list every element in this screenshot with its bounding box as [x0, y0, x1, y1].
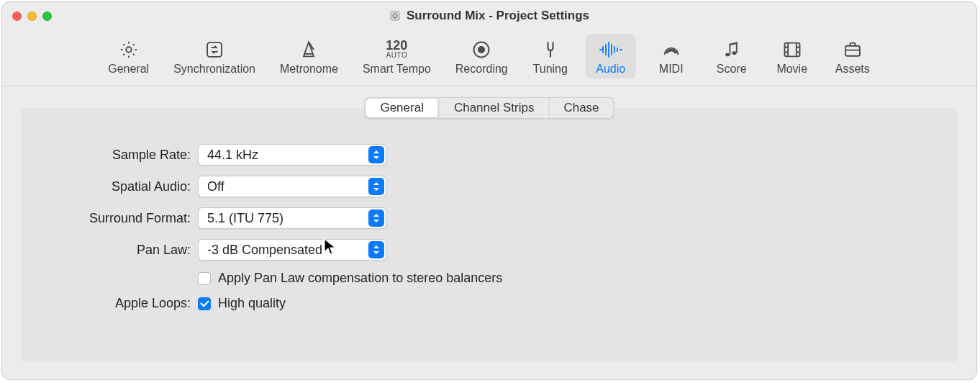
chevron-updown-icon: [368, 209, 384, 227]
close-window-button[interactable]: [12, 12, 22, 21]
toolbar-metronome[interactable]: Metronome: [273, 34, 345, 78]
svg-point-7: [671, 49, 672, 50]
toolbar-smart-tempo[interactable]: 120 AUTO Smart Tempo: [355, 34, 438, 78]
toolbar-label: General: [108, 63, 149, 76]
tuning-fork-icon: [540, 38, 561, 61]
popup-value: Off: [207, 179, 224, 194]
popup-value: 44.1 kHz: [207, 148, 258, 163]
settings-panel: General Channel Strips Chase Sample Rate…: [21, 108, 958, 362]
toolbar: General Synchronization Metronome 120 AU…: [2, 30, 976, 86]
toolbar-label: Movie: [776, 63, 807, 76]
briefcase-icon: [843, 38, 863, 61]
svg-rect-15: [784, 43, 799, 57]
window-title-text: Surround Mix - Project Settings: [407, 9, 589, 23]
window-title: Surround Mix - Project Settings: [389, 9, 589, 23]
tempo-mode: AUTO: [386, 51, 408, 60]
row-pan-law-compensation: Apply Pan Law compensation to stereo bal…: [50, 271, 929, 286]
toolbar-label: Assets: [835, 63, 870, 76]
project-settings-window: Surround Mix - Project Settings General …: [1, 1, 977, 380]
svg-point-11: [725, 53, 730, 57]
toolbar-label: Audio: [596, 63, 625, 76]
sync-icon: [204, 38, 224, 61]
chevron-updown-icon: [368, 241, 384, 258]
svg-point-5: [478, 47, 484, 53]
tempo-value: 120: [386, 40, 407, 51]
svg-point-9: [668, 50, 670, 51]
svg-rect-3: [207, 42, 222, 57]
toolbar-label: Score: [717, 63, 747, 76]
row-surround-format: Surround Format: 5.1 (ITU 775): [50, 207, 929, 229]
toolbar-movie[interactable]: Movie: [767, 34, 817, 78]
tab-chase[interactable]: Chase: [548, 98, 613, 118]
popup-spatial-audio[interactable]: Off: [198, 176, 386, 197]
record-icon: [471, 38, 491, 61]
svg-point-12: [732, 51, 736, 55]
svg-point-8: [674, 51, 676, 53]
popup-sample-rate[interactable]: 44.1 kHz: [198, 144, 386, 166]
label-spatial-audio: Spatial Audio:: [50, 179, 198, 194]
titlebar: Surround Mix - Project Settings: [2, 2, 976, 30]
svg-point-10: [672, 50, 673, 51]
toolbar-score[interactable]: Score: [707, 34, 757, 78]
app-icon: [389, 10, 401, 22]
row-sample-rate: Sample Rate: 44.1 kHz: [50, 144, 929, 166]
toolbar-label: Synchronization: [173, 63, 255, 76]
toolbar-audio[interactable]: Audio: [586, 34, 636, 78]
row-apple-loops: Apple Loops: High quality: [50, 296, 929, 311]
chevron-updown-icon: [368, 146, 384, 163]
checkbox-pan-law-compensation[interactable]: [198, 272, 211, 285]
film-icon: [782, 38, 802, 61]
svg-point-2: [126, 47, 131, 52]
toolbar-synchronization[interactable]: Synchronization: [166, 34, 263, 78]
zoom-window-button[interactable]: [42, 12, 52, 21]
toolbar-tuning[interactable]: Tuning: [525, 34, 576, 78]
label-sample-rate: Sample Rate:: [50, 148, 198, 163]
toolbar-recording[interactable]: Recording: [448, 34, 515, 78]
label-apple-loops: Apple Loops:: [50, 296, 198, 311]
row-spatial-audio: Spatial Audio: Off: [50, 176, 929, 197]
toolbar-midi[interactable]: MIDI: [646, 34, 697, 78]
popup-surround-format[interactable]: 5.1 (ITU 775): [198, 207, 386, 229]
gear-icon: [119, 38, 139, 61]
sub-tabs: General Channel Strips Chase: [364, 97, 614, 119]
toolbar-general[interactable]: General: [101, 34, 156, 78]
tab-general[interactable]: General: [366, 99, 437, 117]
popup-value: -3 dB Compensated: [207, 243, 322, 258]
row-pan-law: Pan Law: -3 dB Compensated: [50, 239, 929, 261]
toolbar-label: MIDI: [659, 63, 684, 76]
waveform-icon: [599, 38, 623, 61]
toolbar-label: Smart Tempo: [363, 63, 431, 76]
music-notes-icon: [722, 38, 742, 61]
minimize-window-button[interactable]: [27, 12, 37, 21]
audio-general-form: Sample Rate: 44.1 kHz Spatial Audio: Off…: [21, 108, 958, 325]
label-surround-format: Surround Format:: [50, 211, 198, 226]
svg-point-6: [666, 51, 668, 53]
smart-tempo-icon: 120 AUTO: [386, 38, 407, 61]
toolbar-assets[interactable]: Assets: [827, 34, 878, 78]
toolbar-label: Tuning: [533, 63, 568, 76]
midi-icon: [661, 38, 681, 61]
label-pan-law-compensation: Apply Pan Law compensation to stereo bal…: [218, 271, 502, 286]
popup-pan-law[interactable]: -3 dB Compensated: [198, 239, 386, 261]
label-high-quality: High quality: [218, 296, 286, 311]
label-pan-law: Pan Law:: [50, 243, 198, 258]
toolbar-label: Recording: [455, 63, 508, 76]
toolbar-label: Metronome: [280, 63, 338, 76]
popup-value: 5.1 (ITU 775): [207, 211, 283, 226]
window-controls: [12, 12, 52, 21]
svg-rect-16: [845, 46, 860, 56]
content-area: General Channel Strips Chase Sample Rate…: [2, 86, 976, 379]
metronome-icon: [299, 38, 319, 61]
svg-rect-0: [391, 12, 399, 20]
checkbox-high-quality[interactable]: [198, 297, 211, 310]
chevron-updown-icon: [368, 178, 384, 195]
tab-channel-strips[interactable]: Channel Strips: [439, 98, 549, 118]
